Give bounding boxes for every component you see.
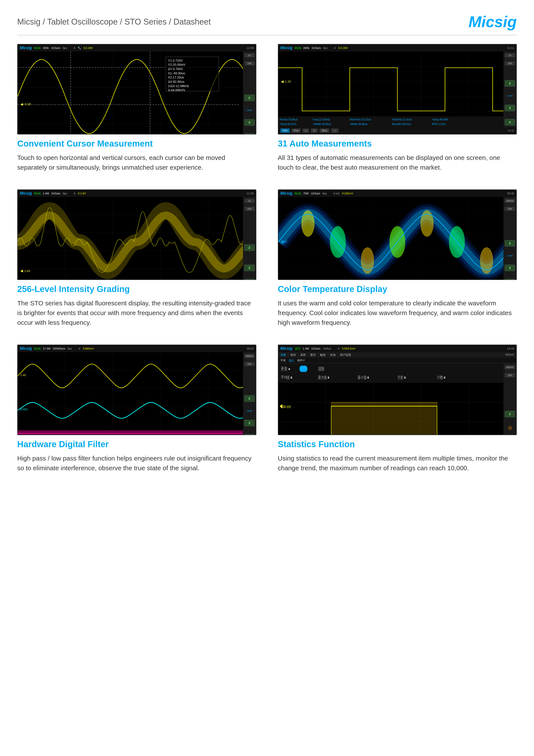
waveform-cursor: -3.16 Y1:3.720V Y2:20.00mV ΔY:3.700V X1:… <box>18 51 256 134</box>
svg-text:-Width:39.96us: -Width:39.96us <box>350 122 368 126</box>
desc-intensity: The STO series has digital fluorescent d… <box>17 298 256 327</box>
svg-rect-96 <box>299 366 307 372</box>
waveform-filter: 1.40 0.003 500mV 500mV 500mV <box>18 352 256 435</box>
svg-text:ROV:1.12%: ROV:1.12% <box>432 122 445 126</box>
osc-canvas-color: 0.00 <box>278 197 517 280</box>
osc-header-filter: Micsig RUN 17.5M 250MSa/s 0ps A ①880mV 0… <box>18 345 256 352</box>
svg-text:-1.16: -1.16 <box>284 80 291 83</box>
svg-text:+Duty:49.99%: +Duty:49.99% <box>432 118 448 121</box>
svg-text:+Duty:50.01%: +Duty:50.01% <box>280 122 296 126</box>
osc-header-intensity: Micsig RUN 1.4M 1GSa/s 0ps A ①1.8V 11:30 <box>18 190 256 197</box>
title-cursor: Convenient Cursor Measurement <box>17 139 256 148</box>
svg-text:RiseTime:23.23us: RiseTime:23.23us <box>350 118 371 121</box>
svg-text:X2:17.20us: X2:17.20us <box>168 76 184 79</box>
osc-main-stats: 开关 ● 清除 平均值 ■ 最大值 ■ 最小值 ■ 方差 ■ 计数 ■ <box>278 363 517 435</box>
osc-right-panel-filter: 500mV 10X 2 Level 3 4 <box>243 352 256 435</box>
waveform-color: 0.00 <box>278 197 517 280</box>
osc-main-intensity: -2.60 1V 10X 2 3 4 <box>18 197 256 280</box>
svg-rect-110 <box>331 402 437 435</box>
svg-text:计数 ■: 计数 ■ <box>437 375 445 380</box>
section-color-temp: Micsig RUN 70M 1GSa/s 0ps A nct ①292mV 0… <box>278 189 517 327</box>
section-auto-meas: Micsig RUN 280k 1GSa/s 0ps A ①2.28V 11:1… <box>278 44 517 172</box>
osc-main-cursor: -3.16 Y1:3.720V Y2:20.00mV ΔY:3.700V X1:… <box>18 51 256 134</box>
svg-text:1/ΔX:12.08kHz: 1/ΔX:12.08kHz <box>168 84 189 88</box>
osc-canvas-cursor: -3.16 Y1:3.720V Y2:20.00mV ΔY:3.700V X1:… <box>18 51 256 134</box>
desc-auto: All 31 types of automatic measurements c… <box>278 153 517 172</box>
svg-text:S:44.69kV/s: S:44.69kV/s <box>168 88 185 92</box>
waveform-auto: -1.16 Period:79.90us Freq:12.52kHz RiseT… <box>278 51 517 127</box>
osc-screen-stats: Micsig 运行 1.4M 1GSa/s -548us A ①553.5mV … <box>278 345 517 435</box>
osc-right-panel-stats: 432mV 10X 2 ◎ 3 4 <box>503 363 516 435</box>
title-intensity: 256-Level Intensity Grading <box>17 284 256 294</box>
osc-canvas-stats: 开关 ● 清除 平均值 ■ 最大值 ■ 最小值 ■ 方差 ■ 计数 ■ <box>278 363 517 435</box>
svg-text:FallTime:22.81us: FallTime:22.81us <box>392 118 412 121</box>
svg-text:平均值 ■: 平均值 ■ <box>281 375 292 380</box>
svg-text:清除: 清除 <box>318 366 324 371</box>
svg-text:0.003: 0.003 <box>20 408 28 411</box>
desc-color-temp: It uses the warm and cold color temperat… <box>278 298 517 327</box>
title-hw-filter: Hardware Digital Filter <box>17 440 256 449</box>
page-title: Micsig / Tablet Oscilloscope / STO Serie… <box>17 17 211 27</box>
desc-cursor: Touch to open horizontal and vertical cu… <box>17 153 256 172</box>
svg-text:1.40: 1.40 <box>20 373 26 377</box>
svg-text:方差 ■: 方差 ■ <box>397 375 406 380</box>
osc-main-color: 0.00 200mV 10X 2 Level 3 4 <box>278 197 517 280</box>
osc-screen-color: Micsig RUN 70M 1GSa/s 0ps A nct ①292mV 0… <box>278 189 517 280</box>
osc-bottom-auto: CHx Fine ▭ ⌇⌇ 20us ⌐⌐ 11:11 <box>278 127 517 134</box>
svg-text:Freq:12.52kHz: Freq:12.52kHz <box>313 118 330 121</box>
osc-right-panel-cursor: 1V 10X 2 Level 3 4 <box>243 51 256 134</box>
osc-header-color: Micsig RUN 70M 1GSa/s 0ps A nct ①292mV 0… <box>278 190 517 197</box>
section-hw-filter: Micsig RUN 17.5M 250MSa/s 0ps A ①880mV 0… <box>17 345 256 473</box>
osc-main-auto: -1.16 Period:79.90us Freq:12.52kHz RiseT… <box>278 51 517 127</box>
svg-text:-3.16: -3.16 <box>23 102 31 106</box>
osc-canvas-auto: -1.16 Period:79.90us Freq:12.52kHz RiseT… <box>278 51 517 127</box>
section-statistics: Micsig 运行 1.4M 1GSa/s -548us A ①553.5mV … <box>278 345 517 473</box>
svg-text:BurstW:240.0us: BurstW:240.0us <box>392 122 411 126</box>
desc-statistics: Using statistics to read the current mea… <box>278 453 517 473</box>
svg-text:-2.60: -2.60 <box>23 269 30 273</box>
svg-text:+Width:39.95us: +Width:39.95us <box>313 122 331 126</box>
svg-text:最小值 ■: 最小值 ■ <box>358 375 369 380</box>
svg-text:Y1:3.720V: Y1:3.720V <box>168 59 183 62</box>
svg-rect-0 <box>18 51 256 134</box>
svg-text:804 mV: 804 mV <box>281 404 291 409</box>
title-color-temp: Color Temperature Display <box>278 284 517 294</box>
osc-canvas-intensity: -2.60 <box>18 197 256 280</box>
waveform-stats: 开关 ● 清除 平均值 ■ 最大值 ■ 最小值 ■ 方差 ■ 计数 ■ <box>278 363 517 435</box>
svg-text:Y2:20.00mV: Y2:20.00mV <box>168 63 186 67</box>
osc-screen-filter: Micsig RUN 17.5M 250MSa/s 0ps A ①880mV 0… <box>17 345 256 435</box>
osc-right-panel-auto: 1V 10X 2 Level 3 4 <box>503 51 516 127</box>
osc-header-stats: Micsig 运行 1.4M 1GSa/s -548us A ①553.5mV … <box>278 345 517 352</box>
chinese-menu: 测量 保存 采样 显示 触发 自动 用户设置 432mV <box>278 352 517 358</box>
osc-header-cursor: Micsig RUN 280k 1GSa/s 0ps A 🔧 ①2.28V 11… <box>18 44 256 51</box>
title-statistics: Statistics Function <box>278 440 517 449</box>
main-grid: Micsig RUN 280k 1GSa/s 0ps A 🔧 ①2.28V 11… <box>17 44 517 473</box>
title-auto: 31 Auto Measurements <box>278 139 517 148</box>
waveform-intensity: -2.60 <box>18 197 256 280</box>
svg-text:ΔX:82.80us: ΔX:82.80us <box>168 80 184 83</box>
svg-text:ΔY:3.700V: ΔY:3.700V <box>168 67 183 71</box>
osc-header-auto: Micsig RUN 280k 1GSa/s 0ps A ①2.28V 11:1… <box>278 44 517 51</box>
svg-rect-75 <box>18 352 256 435</box>
svg-text:X1:-65.80us: X1:-65.80us <box>168 71 185 75</box>
osc-screen-auto: Micsig RUN 280k 1GSa/s 0ps A ①2.28V 11:1… <box>278 44 517 134</box>
osc-main-filter: 1.40 0.003 500mV 500mV 500mV 500mV 10X <box>18 352 256 435</box>
svg-text:开关 ●: 开关 ● <box>281 366 290 371</box>
svg-text:最大值 ■: 最大值 ■ <box>318 375 329 380</box>
svg-rect-84 <box>18 430 256 435</box>
osc-canvas-filter: 1.40 0.003 500mV 500mV 500mV <box>18 352 256 435</box>
page-header: Micsig / Tablet Oscilloscope / STO Serie… <box>17 13 517 35</box>
section-intensity: Micsig RUN 1.4M 1GSa/s 0ps A ①1.8V 11:30 <box>17 189 256 327</box>
sub-menu: 常规 统计 频率计 <box>278 358 517 363</box>
osc-screen-intensity: Micsig RUN 1.4M 1GSa/s 0ps A ①1.8V 11:30 <box>17 189 256 280</box>
osc-right-panel-color: 200mV 10X 2 Level 3 4 <box>503 197 516 280</box>
osc-screen-cursor: Micsig RUN 280k 1GSa/s 0ps A 🔧 ①2.28V 11… <box>17 44 256 134</box>
brand-logo: Micsig <box>469 13 517 31</box>
desc-hw-filter: High pass / low pass filter function hel… <box>17 453 256 473</box>
section-cursor: Micsig RUN 280k 1GSa/s 0ps A 🔧 ①2.28V 11… <box>17 44 256 172</box>
osc-right-panel-intensity: 1V 10X 2 3 4 <box>243 197 256 280</box>
svg-text:Period:79.90us: Period:79.90us <box>280 118 297 121</box>
